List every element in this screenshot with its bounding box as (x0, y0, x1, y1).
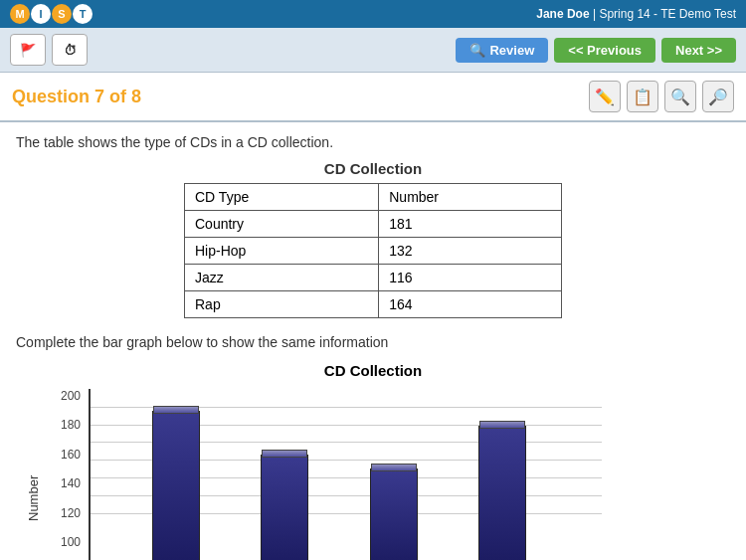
review-button[interactable]: 🔍Review (456, 38, 548, 63)
y-tick-label: 160 (61, 448, 81, 462)
bar-cap (262, 450, 307, 458)
bar-hip-hop (261, 455, 308, 560)
cd-table: CD Type Number Country181Hip-Hop132Jazz1… (184, 183, 562, 318)
bar-cap (371, 464, 417, 471)
cd-table-container: CD Collection CD Type Number Country181H… (16, 160, 730, 318)
table-title: CD Collection (16, 160, 730, 177)
logo: M I S T (10, 4, 93, 24)
y-tick-label: 200 (61, 389, 81, 403)
question-title-prefix: Question (12, 87, 94, 106)
chart-instruction: Complete the bar graph below to show the… (16, 334, 730, 350)
y-tick-label: 180 (61, 418, 81, 432)
pencil-tool-button[interactable]: ✏️ (589, 81, 621, 112)
chart-area: CountryHip-HopJazzRap (89, 389, 602, 560)
question-tools: ✏️ 📋 🔍 🔍 (589, 81, 734, 112)
y-axis-ticks: 2001801601401201008060 (45, 389, 85, 560)
question-title-suffix: of 8 (104, 87, 141, 106)
bar-group: Rap (478, 426, 526, 560)
question-number: 7 (94, 87, 104, 106)
user-name: Jane Doe (536, 7, 589, 21)
logo-m: M (10, 4, 30, 24)
header-user-info: Jane Doe | Spring 14 - TE Demo Test (536, 7, 736, 21)
bar-cap (153, 406, 199, 414)
previous-button[interactable]: << Previous (554, 38, 655, 63)
toolbar-left: 🚩 ⏱ (10, 34, 88, 66)
bar-group: Hip-Hop (261, 455, 308, 560)
bar-jazz (370, 468, 418, 560)
col-header-type: CD Type (185, 184, 379, 211)
zoom-in-button[interactable]: 🔍 (664, 81, 696, 112)
question-header: Question 7 of 8 ✏️ 📋 🔍 🔍 (0, 73, 746, 122)
clipboard-tool-button[interactable]: 📋 (627, 81, 658, 112)
zoom-out-button[interactable]: 🔍 (702, 81, 734, 112)
bar-group: Country (152, 411, 200, 560)
clock-button[interactable]: ⏱ (52, 34, 88, 66)
main-content: The table shows the type of CDs in a CD … (0, 122, 746, 560)
table-row: Hip-Hop132 (185, 238, 562, 265)
session-name: Spring 14 - TE Demo Test (599, 7, 736, 21)
logo-s: S (52, 4, 72, 24)
chart-title: CD Collection (16, 362, 730, 379)
bar-country (152, 411, 200, 560)
bar-rap (478, 426, 526, 560)
logo-i: I (31, 4, 51, 24)
next-button[interactable]: Next >> (661, 38, 736, 63)
toolbar-right: 🔍Review << Previous Next >> (456, 38, 736, 63)
chart-inner: 2001801601401201008060 CountryHip-HopJaz… (45, 389, 602, 560)
toolbar: 🚩 ⏱ 🔍Review << Previous Next >> (0, 28, 746, 73)
y-tick-label: 120 (61, 506, 81, 520)
bar-cap (479, 421, 525, 429)
table-row: Country181 (185, 211, 562, 238)
y-tick-label: 140 (61, 476, 81, 490)
y-axis-label: Number (26, 409, 41, 560)
top-header: M I S T Jane Doe | Spring 14 - TE Demo T… (0, 0, 746, 28)
question-title: Question 7 of 8 (12, 87, 141, 107)
chart-section: CD Collection Number 2001801601401201008… (16, 358, 730, 560)
intro-text: The table shows the type of CDs in a CD … (16, 134, 730, 150)
table-row: Rap164 (185, 291, 562, 318)
y-tick-label: 100 (61, 535, 81, 549)
flag-button[interactable]: 🚩 (10, 34, 46, 66)
col-header-number: Number (379, 184, 562, 211)
table-row: Jazz116 (185, 265, 562, 291)
bar-group: Jazz (370, 468, 418, 560)
chart-outer: Number 2001801601401201008060 CountryHip… (16, 389, 730, 560)
logo-t: T (73, 4, 93, 24)
